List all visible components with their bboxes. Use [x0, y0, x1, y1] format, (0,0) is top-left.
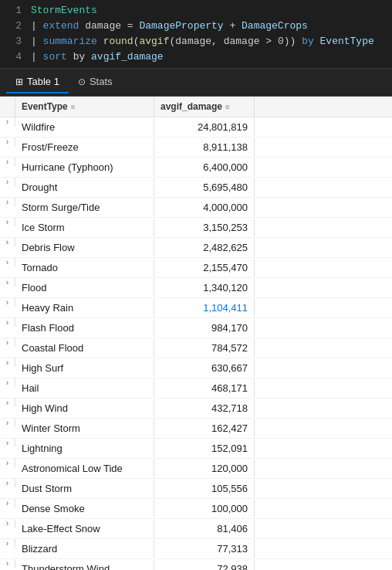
row-expand-button[interactable]: › — [0, 258, 15, 266]
table-row[interactable]: ›Blizzard77,313 — [0, 539, 392, 559]
event-type-cell: High Wind — [15, 399, 154, 417]
avgif-cell: 1,104,411 — [154, 299, 255, 317]
row-expand-button[interactable]: › — [0, 378, 15, 387]
avgif-cell: 4,000,000 — [154, 198, 255, 216]
tab-icon: ⊙ — [78, 76, 86, 87]
table-row[interactable]: ›Storm Surge/Tide4,000,000 — [0, 198, 392, 218]
table-row[interactable]: ›Dust Storm105,556 — [0, 479, 392, 499]
tab-table-1[interactable]: ⊞Table 1 — [6, 71, 69, 93]
row-expand-button[interactable]: › — [0, 218, 15, 226]
line-number: 2 — [6, 19, 22, 34]
table-row[interactable]: ›High Wind432,718 — [0, 399, 392, 419]
row-expand-button[interactable]: › — [0, 158, 15, 166]
event-type-cell: Storm Surge/Tide — [15, 198, 154, 216]
row-expand-button[interactable]: › — [0, 358, 15, 367]
table-row[interactable]: ›Lake-Effect Snow81,406 — [0, 519, 392, 539]
row-expand-button[interactable]: › — [0, 278, 15, 287]
event-type-cell: Dust Storm — [15, 480, 154, 497]
avgif-header[interactable]: avgif_damage ≡ — [154, 97, 255, 117]
row-expand-button[interactable]: › — [0, 238, 15, 246]
tab-icon: ⊞ — [15, 76, 23, 87]
row-expand-button[interactable]: › — [0, 318, 15, 327]
event-type-cell: Flood — [15, 279, 154, 297]
line-content: | sort by avgif_damage — [31, 49, 164, 65]
tabs-bar: ⊞Table 1⊙Stats — [0, 69, 392, 97]
event-type-sort-icon: ≡ — [71, 103, 76, 111]
event-type-cell: Drought — [15, 178, 154, 196]
row-expand-button[interactable]: › — [0, 298, 15, 307]
avgif-cell: 2,155,470 — [154, 259, 255, 277]
avgif-cell: 784,572 — [154, 339, 255, 357]
table-row[interactable]: ›Flood1,340,120 — [0, 278, 392, 298]
table-row[interactable]: ›Tornado2,155,470 — [0, 258, 392, 278]
table-row[interactable]: ›Astronomical Low Tide120,000 — [0, 459, 392, 479]
avgif-cell: 24,801,819 — [154, 118, 255, 136]
event-type-cell: Flash Flood — [15, 319, 154, 337]
table-row[interactable]: ›Hurricane (Typhoon)6,400,000 — [0, 158, 392, 178]
line-number: 1 — [6, 3, 22, 19]
row-expand-button[interactable]: › — [0, 479, 15, 487]
row-expand-button[interactable]: › — [0, 137, 15, 146]
avgif-cell: 120,000 — [154, 460, 255, 477]
event-type-cell: Winter Storm — [15, 419, 154, 437]
event-type-header[interactable]: EventType ≡ — [15, 97, 154, 117]
line-content: | summarize round(avgif(damage, damage >… — [31, 34, 374, 49]
row-expand-button[interactable]: › — [0, 459, 15, 467]
event-type-cell: Tornado — [15, 259, 154, 277]
avgif-cell: 8,911,138 — [154, 138, 255, 156]
row-expand-button[interactable]: › — [0, 117, 15, 126]
event-type-cell: Thunderstorm Wind — [15, 560, 154, 570]
table-row[interactable]: ›Flash Flood984,170 — [0, 318, 392, 338]
row-expand-button[interactable]: › — [0, 519, 15, 528]
event-type-cell: Debris Flow — [15, 239, 154, 256]
line-content: | extend damage = DamageProperty + Damag… — [31, 19, 308, 34]
tab-label: Table 1 — [27, 76, 59, 87]
row-expand-button[interactable]: › — [0, 399, 15, 407]
event-type-cell: Blizzard — [15, 540, 154, 558]
event-type-label: EventType — [22, 101, 68, 112]
row-expand-button[interactable]: › — [0, 539, 15, 548]
table-row[interactable]: ›Hail468,171 — [0, 378, 392, 399]
event-type-cell: Astronomical Low Tide — [15, 460, 154, 477]
avgif-cell: 3,150,253 — [154, 219, 255, 236]
table-row[interactable]: ›Heavy Rain1,104,411 — [0, 298, 392, 318]
avgif-cell: 77,313 — [154, 540, 255, 558]
table-row[interactable]: ›Coastal Flood784,572 — [0, 338, 392, 358]
avgif-cell: 468,171 — [154, 379, 255, 397]
row-expand-button[interactable]: › — [0, 439, 15, 447]
event-type-cell: Coastal Flood — [15, 339, 154, 357]
avgif-cell: 6,400,000 — [154, 158, 255, 176]
code-line: 4| sort by avgif_damage — [0, 49, 392, 65]
avgif-cell: 630,667 — [154, 359, 255, 377]
table-row[interactable]: ›High Surf630,667 — [0, 358, 392, 378]
table-row[interactable]: ›Debris Flow2,482,625 — [0, 238, 392, 258]
results-table: EventType ≡ avgif_damage ≡ ›Wildfire24,8… — [0, 97, 392, 570]
row-expand-button[interactable]: › — [0, 198, 15, 206]
row-expand-button[interactable]: › — [0, 559, 15, 568]
avgif-cell: 432,718 — [154, 399, 255, 417]
table-row[interactable]: ›Wildfire24,801,819 — [0, 117, 392, 137]
table-row[interactable]: ›Frost/Freeze8,911,138 — [0, 137, 392, 158]
code-editor: 1StormEvents2| extend damage = DamagePro… — [0, 0, 392, 69]
table-row[interactable]: ›Ice Storm3,150,253 — [0, 218, 392, 238]
table-row[interactable]: ›Winter Storm162,427 — [0, 419, 392, 439]
event-type-cell: Ice Storm — [15, 219, 154, 236]
avgif-sort-icon: ≡ — [225, 103, 230, 111]
table-row[interactable]: ›Lightning152,091 — [0, 439, 392, 459]
table-row[interactable]: ›Drought5,695,480 — [0, 178, 392, 198]
event-type-cell: Hail — [15, 379, 154, 397]
event-type-cell: Lightning — [15, 439, 154, 457]
row-expand-button[interactable]: › — [0, 178, 15, 186]
row-expand-button[interactable]: › — [0, 499, 15, 507]
avgif-cell: 81,406 — [154, 520, 255, 538]
code-line: 2| extend damage = DamageProperty + Dama… — [0, 19, 392, 34]
row-expand-button[interactable]: › — [0, 419, 15, 427]
row-expand-button[interactable]: › — [0, 338, 15, 347]
table-row[interactable]: ›Thunderstorm Wind72,938 — [0, 559, 392, 570]
tab-stats[interactable]: ⊙Stats — [69, 71, 122, 93]
table-row[interactable]: ›Dense Smoke100,000 — [0, 499, 392, 519]
avgif-cell: 105,556 — [154, 480, 255, 497]
avgif-cell: 72,938 — [154, 560, 255, 570]
event-type-cell: Dense Smoke — [15, 500, 154, 517]
avgif-cell: 1,340,120 — [154, 279, 255, 297]
